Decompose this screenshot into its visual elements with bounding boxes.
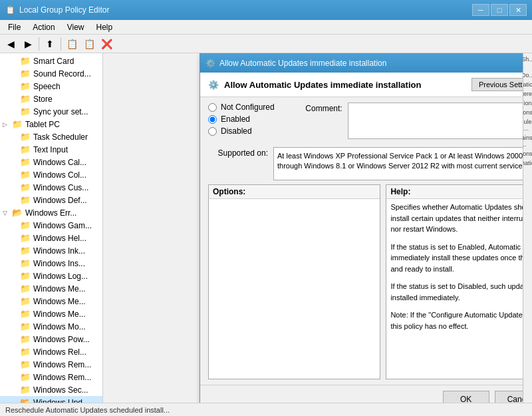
sidebar-item-sync-your-set[interactable]: 📁 Sync your set... bbox=[0, 105, 102, 118]
sidebar-item-windows-hel[interactable]: 📁 Windows Hel... bbox=[0, 232, 102, 244]
folder-icon: 📁 bbox=[20, 195, 31, 205]
title-bar-buttons: ─ □ ✕ bbox=[472, 4, 527, 16]
menu-bar: File Action View Help bbox=[0, 20, 532, 35]
modal-overlay: ⚙️ Allow Automatic Updates immediate ins… bbox=[103, 53, 523, 403]
sidebar-item-windows-log[interactable]: 📁 Windows Log... bbox=[0, 270, 102, 282]
dialog-header-icon: ⚙️ bbox=[208, 80, 219, 90]
app-title: Local Group Policy Editor bbox=[19, 5, 109, 15]
sidebar-item-windows-ins[interactable]: 📁 Windows Ins... bbox=[0, 257, 102, 270]
content-area: 📁 Smart Card 📁 Sound Record... 📁 Speech … bbox=[0, 53, 532, 403]
help-text-4: Note: If the "Configure Automatic Update… bbox=[390, 310, 523, 331]
sidebar-item-windows-rem1[interactable]: 📁 Windows Rem... bbox=[0, 358, 102, 371]
sidebar-item-windows-err[interactable]: ▽ 📂 Windows Err... bbox=[0, 206, 102, 219]
right-panel-item: ion bbox=[523, 99, 533, 108]
supported-on-row: Supported on: At least Windows XP Profes… bbox=[208, 147, 523, 180]
sidebar-item-windows-ink[interactable]: 📁 Windows Ink... bbox=[0, 244, 102, 257]
paste-button[interactable]: 📋 bbox=[81, 37, 97, 51]
sidebar-item-text-input[interactable]: 📁 Text Input bbox=[0, 143, 102, 156]
radio-disabled[interactable] bbox=[208, 127, 217, 136]
folder-icon: 📁 bbox=[20, 385, 31, 395]
sidebar-item-windows-gam[interactable]: 📁 Windows Gam... bbox=[0, 219, 102, 232]
supported-on-value: At least Windows XP Professional Service… bbox=[273, 147, 523, 180]
folder-icon: 📁 bbox=[20, 296, 31, 306]
panels-row: Options: Help: Specifies whether Automat… bbox=[208, 184, 523, 379]
folder-icon: 📁 bbox=[20, 94, 31, 104]
sidebar-item-windows-rem2[interactable]: 📁 Windows Rem... bbox=[0, 371, 102, 383]
menu-view[interactable]: View bbox=[62, 21, 90, 33]
folder-icon: 📁 bbox=[20, 321, 31, 331]
sidebar-item-task-scheduler[interactable]: 📁 Task Scheduler bbox=[0, 130, 102, 143]
previous-setting-button[interactable]: Previous Setting bbox=[471, 78, 523, 91]
copy-button[interactable]: 📋 bbox=[64, 37, 80, 51]
options-panel-content bbox=[209, 199, 380, 379]
sidebar-item-label: Windows Def... bbox=[33, 196, 87, 205]
menu-help[interactable]: Help bbox=[91, 21, 118, 33]
toolbar-separator bbox=[39, 37, 39, 51]
close-button[interactable]: ✕ bbox=[509, 4, 527, 16]
sidebar-item-windows-rel[interactable]: 📁 Windows Rel... bbox=[0, 345, 102, 358]
sidebar-item-label: Windows Upd... bbox=[33, 398, 89, 403]
sidebar-item-label: Windows Me... bbox=[33, 310, 86, 319]
sidebar-item-speech[interactable]: 📁 Speech bbox=[0, 80, 102, 93]
supported-text: At least Windows XP Professional Service… bbox=[276, 150, 523, 173]
help-text-1: Specifies whether Automatic Updates shou… bbox=[390, 202, 523, 235]
cancel-button[interactable]: Cancel bbox=[495, 391, 523, 403]
back-button[interactable]: ◀ bbox=[3, 37, 19, 51]
right-panel-item: ule ... bbox=[523, 117, 533, 133]
maximize-button[interactable]: □ bbox=[491, 4, 508, 16]
folder-icon: 📁 bbox=[20, 284, 31, 294]
sidebar-item-windows-cus[interactable]: 📁 Windows Cus... bbox=[0, 181, 102, 194]
sidebar-item-label: Sound Record... bbox=[33, 69, 91, 79]
radio-group: Not Configured Enabled Disabled bbox=[208, 103, 275, 138]
minimize-button[interactable]: ─ bbox=[472, 4, 489, 16]
sidebar-item-windows-pow[interactable]: 📁 Windows Pow... bbox=[0, 333, 102, 345]
sidebar-item-windows-upd[interactable]: 📂 Windows Upd... bbox=[0, 396, 102, 403]
sidebar-item-label: Windows Cal... bbox=[33, 158, 86, 167]
sidebar-item-windows-col[interactable]: 📁 Windows Col... bbox=[0, 168, 102, 181]
radio-enabled[interactable] bbox=[208, 115, 217, 124]
sidebar-item-windows-me3[interactable]: 📁 Windows Me... bbox=[0, 308, 102, 320]
radio-not-configured[interactable] bbox=[208, 103, 217, 112]
expand-icon: ▷ bbox=[3, 121, 11, 128]
folder-icon: 📁 bbox=[20, 233, 31, 243]
sidebar-item-tablet-pc[interactable]: ▷ 📁 Tablet PC bbox=[0, 118, 102, 130]
sidebar-item-label: Windows Rem... bbox=[33, 360, 91, 369]
status-text: Reschedule Automatic Updates scheduled i… bbox=[5, 406, 170, 414]
dialog-header-title: ⚙️ Allow Automatic Updates immediate ins… bbox=[208, 80, 421, 90]
menu-file[interactable]: File bbox=[3, 21, 26, 33]
comment-input[interactable] bbox=[348, 103, 523, 139]
forward-button[interactable]: ▶ bbox=[20, 37, 36, 51]
help-text-2: If the status is set to Enabled, Automat… bbox=[390, 242, 523, 275]
delete-button[interactable]: ❌ bbox=[98, 37, 114, 51]
folder-icon: 📁 bbox=[20, 106, 31, 116]
folder-icon: 📁 bbox=[20, 334, 31, 344]
radio-not-configured-row: Not Configured bbox=[208, 103, 275, 112]
folder-icon: 📂 bbox=[12, 208, 23, 218]
menu-action[interactable]: Action bbox=[27, 21, 60, 33]
sidebar-item-windows-def[interactable]: 📁 Windows Def... bbox=[0, 194, 102, 206]
sidebar-item-sound-record[interactable]: 📁 Sound Record... bbox=[0, 67, 102, 80]
sidebar-item-smart-card[interactable]: 📁 Smart Card bbox=[0, 55, 102, 67]
right-panel: Sh... t Do... matic... etere... ion ons … bbox=[523, 53, 532, 403]
sidebar-item-store[interactable]: 📁 Store bbox=[0, 93, 102, 105]
sidebar: 📁 Smart Card 📁 Sound Record... 📁 Speech … bbox=[0, 53, 103, 403]
sidebar-item-windows-sec[interactable]: 📁 Windows Sec... bbox=[0, 383, 102, 396]
sidebar-item-label: Windows Rel... bbox=[33, 347, 86, 357]
sidebar-item-windows-me1[interactable]: 📁 Windows Me... bbox=[0, 282, 102, 295]
sidebar-item-label: Windows Rem... bbox=[33, 373, 91, 382]
folder-icon: 📁 bbox=[20, 246, 31, 256]
sidebar-item-label: Windows Hel... bbox=[33, 234, 86, 243]
up-button[interactable]: ⬆ bbox=[42, 37, 58, 51]
ok-button[interactable]: OK bbox=[443, 391, 489, 403]
sidebar-item-windows-mo[interactable]: 📁 Windows Mo... bbox=[0, 320, 102, 333]
dialog-header-title-text: Allow Automatic Updates immediate instal… bbox=[224, 80, 421, 90]
folder-icon: 📁 bbox=[20, 220, 31, 230]
sidebar-item-windows-me2[interactable]: 📁 Windows Me... bbox=[0, 295, 102, 308]
sidebar-item-label: Windows Me... bbox=[33, 284, 86, 294]
options-panel: Options: bbox=[208, 184, 380, 379]
dialog-title-text: Allow Automatic Updates immediate instal… bbox=[219, 59, 386, 68]
radio-enabled-row: Enabled bbox=[208, 114, 275, 124]
dialog-icon: ⚙️ bbox=[205, 59, 215, 68]
sidebar-item-windows-cal[interactable]: 📁 Windows Cal... bbox=[0, 156, 102, 168]
settings-area: Not Configured Enabled Disabled bbox=[200, 97, 523, 385]
